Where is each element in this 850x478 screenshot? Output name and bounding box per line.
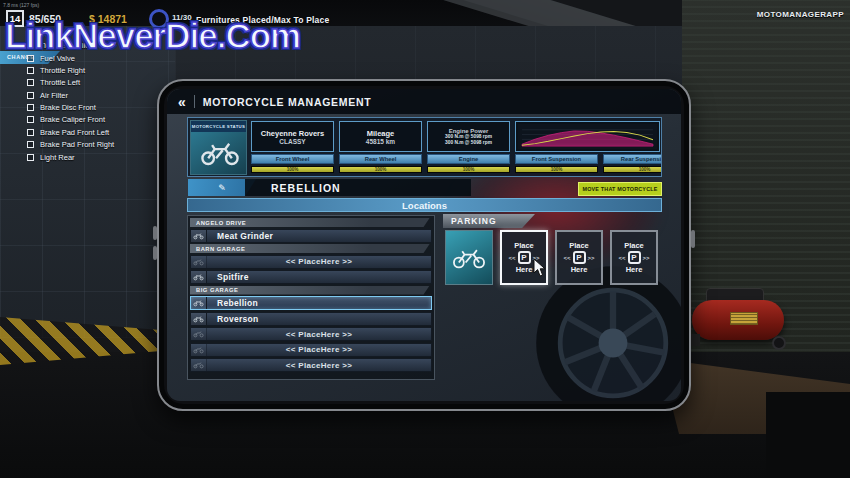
bike-name: REBELLION bbox=[245, 179, 471, 196]
motorcycle-icon bbox=[191, 230, 207, 242]
job-checklist: Fuel Valve Throttle Right Throttle Left … bbox=[27, 54, 114, 161]
left-arrows: << bbox=[618, 255, 625, 261]
location-row-spitfire[interactable]: Spitfire bbox=[190, 270, 432, 284]
engine-power-value: 300 N.m @ 5098 rpm bbox=[445, 140, 492, 146]
checklist-item[interactable]: Brake Caliper Front bbox=[27, 116, 114, 124]
header-divider bbox=[194, 95, 195, 108]
checkbox-icon[interactable] bbox=[27, 92, 34, 99]
location-row-empty[interactable]: << PlaceHere >> bbox=[190, 343, 432, 357]
parking-slot-place-here[interactable]: Place << P >> Here bbox=[555, 230, 603, 285]
motorcycle-icon bbox=[451, 245, 487, 271]
air-compressor-foot bbox=[690, 334, 700, 346]
checklist-item[interactable]: Throttle Left bbox=[27, 79, 114, 87]
engine-power-card: Engine Power 300 N.m @ 5098 rpm 300 N.m … bbox=[427, 121, 510, 152]
motorcycle-icon bbox=[191, 359, 207, 371]
locations-list: ANGELO DRIVE Meat Grinder BARN GARAGE <<… bbox=[187, 215, 435, 380]
app-name: MOTOMANAGERAPP bbox=[757, 10, 844, 19]
checklist-item[interactable]: Brake Pad Front Left bbox=[27, 128, 114, 136]
performance-counter: 7.8 ms (127 fps) bbox=[3, 2, 39, 8]
parking-p-icon: P bbox=[628, 251, 641, 264]
tablet-screen: « MOTORCYCLE MANAGEMENT MOTORCYCLE STATU… bbox=[167, 89, 681, 401]
mileage-title: Mileage bbox=[367, 129, 395, 138]
app-title: MOTORCYCLE MANAGEMENT bbox=[203, 96, 372, 108]
condition-front-wheel: Front Wheel 100% bbox=[251, 154, 334, 175]
parking-slot-occupied[interactable] bbox=[445, 230, 493, 285]
checklist-item[interactable]: Brake Disc Front bbox=[27, 104, 114, 112]
checkbox-icon[interactable] bbox=[27, 141, 34, 148]
bike-model-card: Cheyenne Rovers CLASSY bbox=[251, 121, 334, 152]
motorcycle-icon bbox=[191, 297, 207, 309]
checklist-item[interactable]: Light Rear bbox=[27, 153, 114, 161]
parking-p-icon: P bbox=[573, 251, 586, 264]
condition-rear-suspension: Rear Suspension 100% bbox=[603, 154, 662, 175]
checkbox-icon[interactable] bbox=[27, 104, 34, 111]
tablet-volume-button bbox=[153, 226, 157, 240]
motorcycle-status-panel: MOTORCYCLE STATUS Cheyenne Rovers CLASSY… bbox=[187, 117, 662, 177]
condition-engine: Engine 100% bbox=[427, 154, 510, 175]
checkbox-icon[interactable] bbox=[27, 154, 34, 161]
parking-p-icon: P bbox=[518, 251, 531, 264]
pencil-icon: ✎ bbox=[218, 183, 226, 193]
tablet-volume-button bbox=[153, 246, 157, 260]
air-compressor-wheel bbox=[772, 336, 786, 350]
motorcycle-icon bbox=[191, 271, 207, 283]
back-button[interactable]: « bbox=[178, 95, 186, 109]
checklist-item[interactable]: Throttle Right bbox=[27, 66, 114, 74]
dyno-chart bbox=[515, 121, 660, 152]
location-section-big-garage: BIG GARAGE bbox=[190, 286, 432, 295]
location-row-meat-grinder[interactable]: Meat Grinder bbox=[190, 229, 432, 243]
bike-brand: Cheyenne Rovers bbox=[261, 129, 324, 138]
parking-slots: Place << P >> Here Place << P >> Here Pl… bbox=[445, 230, 660, 287]
motorcycle-icon bbox=[199, 137, 241, 169]
location-row-empty[interactable]: << PlaceHere >> bbox=[190, 358, 432, 372]
right-arrows: >> bbox=[643, 255, 650, 261]
location-row-rebellion[interactable]: Rebellion bbox=[190, 296, 432, 310]
motorcycle-icon bbox=[191, 344, 207, 356]
air-compressor-label bbox=[730, 312, 758, 325]
checkbox-icon[interactable] bbox=[27, 129, 34, 136]
status-panel-label: MOTORCYCLE STATUS bbox=[191, 121, 246, 132]
location-section-barn-garage: BARN GARAGE bbox=[190, 244, 432, 253]
checklist-item[interactable]: Air Filter bbox=[27, 91, 114, 99]
parking-header: PARKING bbox=[443, 214, 535, 228]
app-header: « MOTORCYCLE MANAGEMENT bbox=[167, 89, 681, 114]
mileage-value: 45815 km bbox=[366, 138, 395, 145]
location-row-roverson[interactable]: Roverson bbox=[190, 312, 432, 326]
right-arrows: >> bbox=[588, 255, 595, 261]
location-section-angelo-drive: ANGELO DRIVE bbox=[190, 218, 432, 227]
checkbox-icon[interactable] bbox=[27, 67, 34, 74]
condition-rear-wheel: Rear Wheel 100% bbox=[339, 154, 422, 175]
left-arrows: << bbox=[508, 255, 515, 261]
location-row-empty[interactable]: << PlaceHere >> bbox=[190, 327, 432, 341]
motorcycle-icon bbox=[191, 313, 207, 325]
checklist-item[interactable]: Brake Pad Front Right bbox=[27, 141, 114, 149]
game-screen: 7.8 ms (127 fps) 14 85/650 $ 14871 11/30… bbox=[0, 0, 850, 478]
motorcycle-thumbnail: MOTORCYCLE STATUS bbox=[190, 120, 247, 175]
left-arrows: << bbox=[563, 255, 570, 261]
tablet-power-button bbox=[691, 230, 695, 248]
motorcycle-icon bbox=[191, 256, 207, 268]
location-row-empty[interactable]: << PlaceHere >> bbox=[190, 255, 432, 269]
locations-header: Locations bbox=[187, 198, 662, 212]
watermark: LinkNeverDie.Com bbox=[5, 16, 300, 56]
dyno-chart-svg bbox=[518, 124, 657, 149]
condition-front-suspension: Front Suspension 100% bbox=[515, 154, 598, 175]
mouse-cursor bbox=[533, 258, 547, 278]
workbench bbox=[766, 392, 850, 478]
motorcycle-icon bbox=[191, 328, 207, 340]
move-motorcycle-button[interactable]: MOVE THAT MOTORCYCLE bbox=[578, 182, 662, 196]
bike-model: CLASSY bbox=[279, 138, 305, 145]
mileage-card: Mileage 45815 km bbox=[339, 121, 422, 152]
parking-slot-place-here[interactable]: Place << P >> Here bbox=[610, 230, 658, 285]
checkbox-icon[interactable] bbox=[27, 116, 34, 123]
checkbox-icon[interactable] bbox=[27, 79, 34, 86]
